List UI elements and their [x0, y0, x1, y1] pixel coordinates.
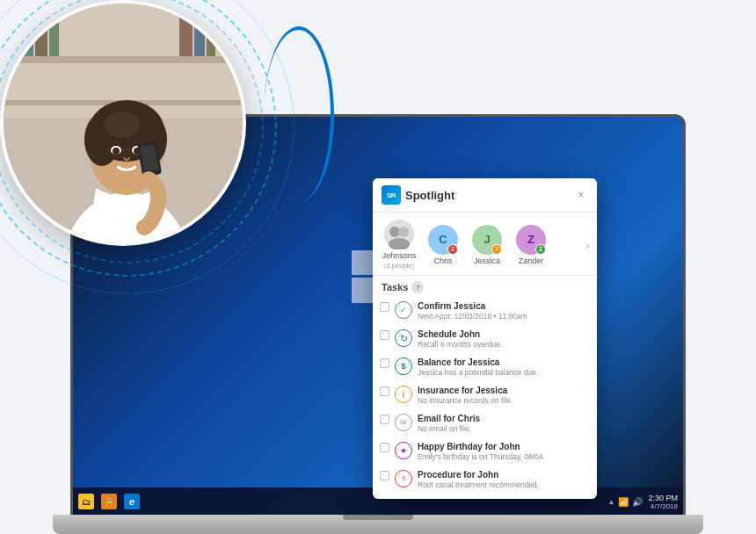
taskbar-time: 2:30 PM [648, 494, 678, 502]
tray-icon-volume: 🔊 [632, 497, 643, 507]
task-list: ✓ Confirm Jessica Next Appt: 12/03/2018 … [373, 297, 597, 499]
taskbar-left: 🗂 🔒 e [78, 494, 140, 509]
svg-rect-8 [179, 17, 193, 56]
tray-arrow: ▲ [608, 498, 615, 506]
contact-zander[interactable]: Z 2 Zander [512, 225, 550, 265]
laptop-base [53, 515, 703, 534]
johnsons-label: Johnsons [382, 251, 417, 260]
contact-jessica[interactable]: J 3 Jessica [468, 225, 506, 265]
tray-icon-network: 📶 [618, 497, 629, 507]
taskbar-clock: 2:30 PM 4/7/2018 [648, 494, 678, 510]
taskbar-right: ▲ 📶 🔊 2:30 PM 4/7/2018 [608, 494, 678, 510]
task-checkbox-2[interactable] [380, 330, 389, 340]
task-title-4: Insurance for Jessica [418, 385, 512, 396]
svg-rect-7 [49, 23, 59, 56]
task-checkbox-3[interactable] [380, 358, 389, 368]
task-item[interactable]: i Insurance for Jessica No insurance rec… [373, 381, 597, 409]
task-text-2: Schedule John Recall 6 months overdue. [418, 328, 502, 350]
taskbar-date: 4/7/2018 [651, 502, 678, 510]
avatar-johnsons [384, 220, 414, 249]
task-checkbox-4[interactable] [380, 386, 389, 396]
person-photo [0, 0, 246, 246]
chris-label: Chris [433, 256, 452, 265]
task-title-6: Happy Birthday for John [418, 441, 545, 452]
jessica-label: Jessica [474, 256, 500, 265]
task-text-7: Procedure for John Root canal treatment … [418, 469, 539, 490]
scene: SR Spotlight × [0, 0, 756, 534]
avatar-jessica: J 3 [472, 225, 502, 255]
avatar-zander: Z 2 [516, 225, 546, 255]
taskbar-icon-edge[interactable]: e [124, 494, 140, 509]
task-icon-4: i [395, 386, 412, 403]
tasks-label: Tasks [382, 282, 408, 292]
zander-label: Zander [519, 256, 544, 265]
person-svg [4, 4, 246, 246]
task-item[interactable]: $ Balance for Jessica Jessica has a pote… [373, 353, 597, 381]
spotlight-panel: SR Spotlight × [373, 178, 597, 499]
tasks-count: 7 [411, 281, 424, 293]
task-icon-3: $ [395, 357, 412, 375]
task-subtitle-3: Jessica has a potential balance due. [418, 368, 538, 378]
svg-point-17 [105, 112, 140, 138]
task-icon-7: ⚕ [395, 470, 412, 487]
close-button[interactable]: × [574, 188, 588, 202]
tasks-header: Tasks 7 [373, 276, 597, 297]
task-icon-6: ★ [395, 442, 412, 459]
task-subtitle-6: Emily's birthday is on Thursday, 08/04. [418, 452, 545, 462]
chris-badge: 2 [447, 244, 458, 255]
avatar-chris: C 2 [428, 225, 458, 255]
johnsons-sublabel: (2 people) [384, 262, 414, 270]
taskbar-icon-files[interactable]: 🗂 [78, 494, 94, 509]
jessica-badge: 3 [491, 244, 502, 255]
sr-badge-text: SR [387, 191, 396, 199]
task-subtitle-7: Root canal treatment recommended. [418, 480, 539, 490]
task-subtitle-4: No insurance records on file. [418, 396, 512, 406]
task-text-3: Balance for Jessica Jessica has a potent… [418, 357, 538, 378]
task-title-2: Schedule John [418, 328, 502, 340]
task-checkbox-1[interactable] [380, 302, 389, 312]
task-checkbox-6[interactable] [380, 443, 389, 452]
task-item[interactable]: ✉ Email for Chris No email on file. [373, 409, 597, 437]
taskbar-icon-lock[interactable]: 🔒 [101, 494, 117, 509]
svg-rect-2 [4, 56, 246, 63]
task-icon-5: ✉ [395, 414, 412, 431]
svg-point-20 [113, 148, 120, 155]
svg-point-26 [398, 227, 409, 237]
task-item[interactable]: ★ Happy Birthday for John Emily's birthd… [373, 437, 597, 465]
task-title-5: Email for Chris [418, 413, 480, 424]
task-item[interactable]: ⚕ Procedure for John Root canal treatmen… [373, 465, 597, 494]
task-item[interactable]: ↻ Schedule John Recall 6 months overdue. [373, 325, 597, 353]
task-icon-1: ✓ [395, 301, 412, 319]
arc-right [264, 26, 334, 202]
task-subtitle-5: No email on file. [418, 424, 480, 434]
task-icon-2: ↻ [395, 329, 412, 347]
contact-chris[interactable]: C 2 Chris [424, 225, 462, 265]
tray-icons: ▲ 📶 🔊 [608, 497, 643, 507]
sr-badge: SR [382, 185, 401, 205]
task-text-1: Confirm Jessica Next Appt: 12/03/2018 • … [418, 300, 527, 321]
task-subtitle-1: Next Appt: 12/03/2018 • 11:00am [418, 312, 527, 321]
contacts-row: Johnsons (2 people) C 2 Chris [373, 213, 597, 276]
task-title-1: Confirm Jessica [418, 300, 527, 312]
task-item[interactable]: ✓ Confirm Jessica Next Appt: 12/03/2018 … [373, 297, 597, 325]
spotlight-title: Spotlight [405, 189, 454, 202]
photo-circle-container [0, 0, 308, 307]
task-text-5: Email for Chris No email on file. [418, 413, 480, 434]
spotlight-logo: SR Spotlight [382, 185, 454, 205]
task-checkbox-7[interactable] [380, 471, 389, 480]
task-title-7: Procedure for John [418, 469, 539, 480]
chevron-right-icon[interactable]: › [585, 238, 590, 252]
task-checkbox-5[interactable] [380, 415, 389, 424]
task-subtitle-2: Recall 6 months overdue. [418, 340, 502, 350]
task-title-3: Balance for Jessica [418, 357, 538, 368]
spotlight-header: SR Spotlight × [373, 178, 597, 213]
task-text-4: Insurance for Jessica No insurance recor… [418, 385, 512, 406]
task-text-6: Happy Birthday for John Emily's birthday… [418, 441, 545, 462]
zander-badge: 2 [535, 244, 546, 255]
contact-johnsons[interactable]: Johnsons (2 people) [380, 220, 418, 270]
